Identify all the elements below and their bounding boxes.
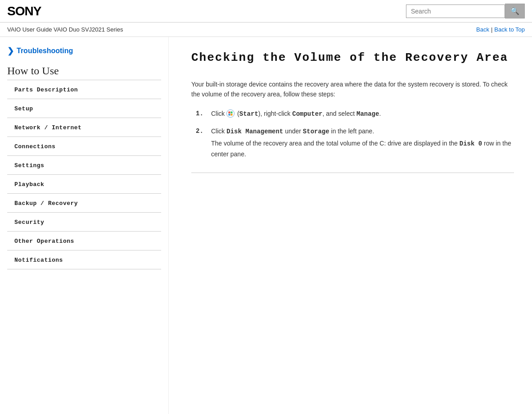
- step-1: 1. Click (Start), right-click Computer, …: [196, 109, 514, 119]
- manage-keyword: Manage: [356, 110, 379, 118]
- windows-start-icon: [226, 109, 234, 118]
- sidebar-item-other-operations[interactable]: Other Operations: [7, 232, 168, 250]
- sidebar-item-security[interactable]: Security: [7, 213, 168, 231]
- sidebar-item-backup-recovery[interactable]: Backup / Recovery: [7, 194, 168, 212]
- svg-point-0: [227, 109, 234, 117]
- svg-rect-2: [231, 111, 233, 113]
- chevron-right-icon: ❯: [7, 46, 14, 56]
- step-1-content: Click (Start), right-click Computer, and…: [211, 109, 514, 119]
- how-to-use-heading: How to Use: [7, 65, 168, 77]
- sony-logo: SONY: [7, 4, 41, 18]
- svg-rect-1: [229, 111, 230, 113]
- subheader: VAIO User Guide VAIO Duo SVJ2021 Series …: [0, 23, 532, 37]
- svg-rect-3: [229, 114, 230, 115]
- step-1-number: 1.: [196, 109, 207, 118]
- content-divider: [191, 173, 514, 173]
- back-to-top-link[interactable]: Back to Top: [494, 26, 525, 33]
- page-title: Checking the Volume of the Recovery Area: [191, 50, 514, 66]
- sidebar-item-playback[interactable]: Playback: [7, 175, 168, 193]
- header: SONY 🔍: [0, 0, 532, 23]
- breadcrumb: VAIO User Guide VAIO Duo SVJ2021 Series: [7, 26, 123, 33]
- search-icon: 🔍: [510, 7, 519, 15]
- step-2-content: Click Disk Management under Storage in t…: [211, 126, 514, 159]
- back-link[interactable]: Back: [476, 26, 489, 33]
- computer-keyword: Computer: [292, 110, 322, 118]
- step-2-number: 2.: [196, 126, 207, 136]
- troubleshooting-label: Troubleshooting: [17, 47, 73, 55]
- sidebar-item-setup[interactable]: Setup: [7, 99, 168, 118]
- content-area: Checking the Volume of the Recovery Area…: [169, 37, 532, 414]
- search-button[interactable]: 🔍: [505, 4, 525, 18]
- sidebar-item-network-internet[interactable]: Network / Internet: [7, 118, 168, 136]
- sidebar: ❯ Troubleshooting How to Use Parts Descr…: [0, 37, 169, 414]
- start-keyword: Start: [239, 110, 258, 118]
- disk0-keyword: Disk 0: [460, 140, 482, 147]
- storage-keyword: Storage: [303, 128, 329, 135]
- disk-management-keyword: Disk Management: [226, 128, 283, 135]
- svg-rect-4: [231, 114, 233, 115]
- main-layout: ❯ Troubleshooting How to Use Parts Descr…: [0, 37, 532, 414]
- search-input[interactable]: [406, 5, 505, 18]
- content-body: Your built-in storage device contains th…: [191, 79, 514, 173]
- nav-separator: |: [491, 26, 492, 33]
- intro-text: Your built-in storage device contains th…: [191, 79, 514, 100]
- steps-list: 1. Click (Start), right-click Computer, …: [196, 109, 514, 159]
- sidebar-item-notifications[interactable]: Notifications: [7, 250, 168, 269]
- search-area: 🔍: [406, 4, 525, 18]
- sidebar-item-parts-description[interactable]: Parts Description: [7, 80, 168, 99]
- step-2: 2. Click Disk Management under Storage i…: [196, 126, 514, 159]
- step-2-subtext: The volume of the recovery area and the …: [211, 138, 514, 159]
- sidebar-item-connections[interactable]: Connections: [7, 137, 168, 155]
- sidebar-divider-10: [7, 269, 161, 269]
- sidebar-item-settings[interactable]: Settings: [7, 156, 168, 174]
- troubleshooting-section[interactable]: ❯ Troubleshooting: [7, 46, 168, 56]
- nav-links: Back | Back to Top: [476, 26, 525, 33]
